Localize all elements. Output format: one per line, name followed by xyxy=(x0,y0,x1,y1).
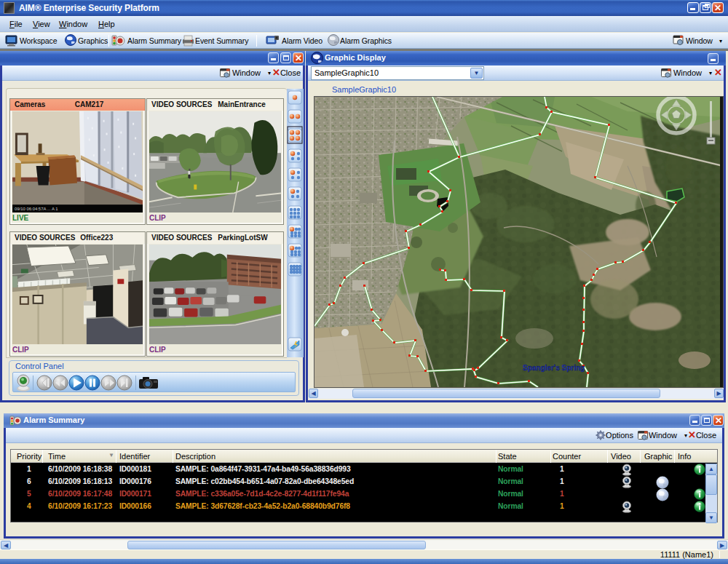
svg-text:09/10 06:04:57A ... A 1: 09/10 06:04:57A ... A 1 xyxy=(15,207,58,211)
svg-text:Spangler's Spring: Spangler's Spring xyxy=(523,364,585,372)
